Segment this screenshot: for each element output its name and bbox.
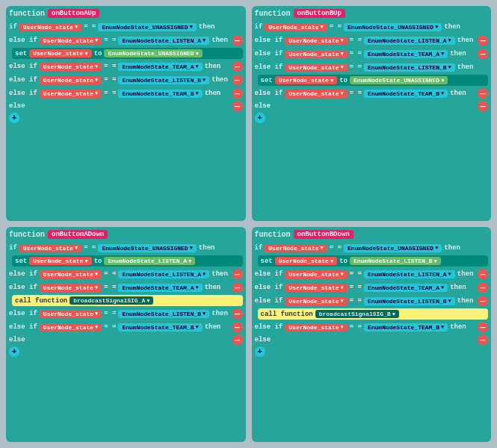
pill-UserNode_state[interactable]: UserNode_state [285, 270, 347, 279]
keyword-to: to [94, 50, 102, 57]
keyword-to: to [339, 258, 348, 265]
remove-branch-button[interactable]: — [478, 322, 488, 332]
add-branch-button[interactable]: + [255, 346, 265, 357]
add-branch-button[interactable]: + [255, 113, 265, 123]
pill-EnumNodeState_TEAM_B[interactable]: EnumNodeState_TEAM_B [118, 323, 202, 332]
pill-UserNode_state[interactable]: UserNode_state [40, 63, 102, 71]
pill-EnumNodeState_TEAM_B[interactable]: EnumNodeState_TEAM_B [364, 90, 448, 98]
remove-branch-button[interactable]: — [232, 35, 243, 46]
function-keyword: function [9, 231, 45, 239]
pill-EnumNodeState_LISTEN_A[interactable]: EnumNodeState_LISTEN_A [364, 270, 455, 279]
pill-UserNode_state[interactable]: UserNode_state [285, 297, 347, 305]
pill-EnumNodeState_UNASSIGNED[interactable]: EnumNodeState_UNASSIGNED [344, 244, 442, 252]
pill-UserNode_state[interactable]: UserNode_state [29, 49, 91, 57]
pill-UserNode_state[interactable]: UserNode_state [19, 244, 81, 252]
pill-EnumNodeState_LISTEN_B[interactable]: EnumNodeState_LISTEN_B [364, 63, 455, 72]
if-row: ifUserNode_state= =EnumNodeState_UNASSIG… [255, 242, 489, 254]
pill-EnumNodeState_TEAM_B[interactable]: EnumNodeState_TEAM_B [364, 323, 448, 332]
keyword-else_if: else if [255, 297, 283, 305]
pill-UserNode_state[interactable]: UserNode_state [285, 323, 347, 332]
remove-branch-button[interactable]: — [232, 61, 243, 72]
pill-EnumNodeState_TEAM_A[interactable]: EnumNodeState_TEAM_A [118, 63, 202, 71]
pill-UserNode_state[interactable]: UserNode_state [285, 50, 347, 58]
pill-UserNode_state[interactable]: UserNode_state [285, 90, 347, 98]
pill-EnumNodeState_LISTEN_B[interactable]: EnumNodeState_LISTEN_B [118, 76, 209, 84]
remove-branch-button[interactable]: — [478, 296, 488, 306]
pill-EnumNodeState_LISTEN_B[interactable]: EnumNodeState_LISTEN_B [118, 310, 209, 318]
pill-UserNode_state[interactable]: UserNode_state [40, 37, 102, 45]
set-row: setUserNode_statetoEnumNodeState_LISTEN_… [12, 255, 243, 267]
pill-UserNode_state[interactable]: UserNode_state [40, 323, 102, 332]
pill-EnumNodeState_UNASSIGNED[interactable]: EnumNodeState_UNASSIGNED [344, 23, 442, 31]
pill-EnumNodeState_LISTEN_A[interactable]: EnumNodeState_LISTEN_A [118, 37, 209, 45]
pill-UserNode_state[interactable]: UserNode_state [40, 270, 102, 279]
remove-branch-button[interactable]: — [232, 335, 243, 345]
remove-branch-button[interactable]: — [478, 35, 488, 46]
keyword-then: then [444, 23, 460, 31]
remove-branch-button[interactable]: — [232, 269, 243, 279]
function-name-badge[interactable]: onButtonADown [48, 230, 108, 239]
pill-UserNode_state[interactable]: UserNode_state [29, 257, 91, 265]
remove-branch-button[interactable]: — [478, 269, 488, 279]
remove-branch-button[interactable]: — [478, 88, 488, 99]
call-fn-pill[interactable]: broadcastSignalSIG_A [70, 296, 153, 305]
keyword-then: then [457, 37, 474, 44]
pill-UserNode_state[interactable]: UserNode_state [40, 76, 102, 84]
remove-branch-button[interactable]: — [232, 101, 243, 111]
remove-branch-button[interactable]: — [478, 101, 488, 111]
pill-UserNode_state[interactable]: UserNode_state [275, 76, 337, 84]
pill-EnumNodeState_LISTEN_B[interactable]: EnumNodeState_LISTEN_B [350, 257, 441, 265]
pill-EnumNodeState_LISTEN_B[interactable]: EnumNodeState_LISTEN_B [364, 297, 455, 305]
pill-UserNode_state[interactable]: UserNode_state [40, 310, 102, 318]
pill-UserNode_state[interactable]: UserNode_state [19, 23, 81, 31]
keyword-then: then [199, 23, 215, 31]
remove-branch-button[interactable]: — [232, 88, 243, 99]
pill-EnumNodeState_TEAM_A[interactable]: EnumNodeState_TEAM_A [364, 50, 448, 58]
remove-branch-button[interactable]: — [478, 282, 488, 293]
keyword-set: set [15, 258, 27, 265]
keyword-to: to [339, 77, 348, 84]
function-name-badge[interactable]: onButtonBUp [294, 9, 345, 18]
pill-EnumNodeState_TEAM_A[interactable]: EnumNodeState_TEAM_A [118, 284, 202, 292]
pill-EnumNodeState_UNASSIGNED[interactable]: EnumNodeState_UNASSIGNED [98, 23, 196, 31]
pill-EnumNodeState_UNASSIGNED[interactable]: EnumNodeState_UNASSIGNED [350, 76, 448, 84]
keyword-to: to [94, 258, 102, 265]
remove-branch-button[interactable]: — [232, 308, 243, 319]
keyword-then: then [450, 50, 466, 57]
pill-UserNode_state[interactable]: UserNode_state [40, 90, 102, 98]
remove-branch-button[interactable]: — [478, 335, 488, 345]
function-name-badge[interactable]: onButtonBDown [294, 230, 354, 239]
pill-EnumNodeState_LISTEN_A[interactable]: EnumNodeState_LISTEN_A [118, 270, 209, 279]
pill-UserNode_state[interactable]: UserNode_state [275, 257, 337, 265]
keyword-if: if [9, 23, 17, 31]
pill-UserNode_state[interactable]: UserNode_state [285, 63, 347, 72]
remove-branch-button[interactable]: — [232, 322, 243, 332]
pill-EnumNodeState_TEAM_B[interactable]: EnumNodeState_TEAM_B [118, 90, 202, 98]
operator: = = [350, 297, 362, 305]
pill-UserNode_state[interactable]: UserNode_state [40, 284, 102, 292]
call-fn-pill[interactable]: broadcastSignalSIG_B [315, 310, 399, 318]
pill-EnumNodeState_LISTEN_A[interactable]: EnumNodeState_LISTEN_A [104, 257, 195, 265]
pill-EnumNodeState_UNASSIGNED[interactable]: EnumNodeState_UNASSIGNED [104, 49, 202, 57]
operator: = = [104, 270, 116, 278]
remove-branch-button[interactable]: — [232, 75, 243, 85]
panel-onButtonBUp: functiononButtonBUpifUserNode_state= =En… [252, 6, 492, 221]
pill-UserNode_state[interactable]: UserNode_state [265, 23, 327, 31]
pill-EnumNodeState_TEAM_A[interactable]: EnumNodeState_TEAM_A [364, 284, 448, 292]
pill-EnumNodeState_UNASSIGNED[interactable]: EnumNodeState_UNASSIGNED [98, 244, 196, 252]
operator: = = [350, 284, 362, 291]
function-header: functiononButtonAUp [9, 9, 243, 18]
operator: = = [350, 50, 362, 57]
pill-UserNode_state[interactable]: UserNode_state [285, 37, 347, 45]
add-branch-button[interactable]: + [9, 113, 19, 123]
function-keyword: function [255, 10, 291, 18]
pill-UserNode_state[interactable]: UserNode_state [285, 284, 347, 292]
remove-branch-button[interactable]: — [478, 49, 488, 59]
keyword-then: then [212, 76, 228, 84]
add-branch-button[interactable]: + [9, 346, 19, 357]
pill-EnumNodeState_LISTEN_A[interactable]: EnumNodeState_LISTEN_A [364, 37, 455, 45]
function-name-badge[interactable]: onButtonAUp [48, 9, 99, 18]
remove-branch-button[interactable]: — [232, 282, 243, 293]
elseif-row: else ifUserNode_state= =EnumNodeState_LI… [9, 268, 243, 280]
pill-UserNode_state[interactable]: UserNode_state [265, 244, 327, 252]
